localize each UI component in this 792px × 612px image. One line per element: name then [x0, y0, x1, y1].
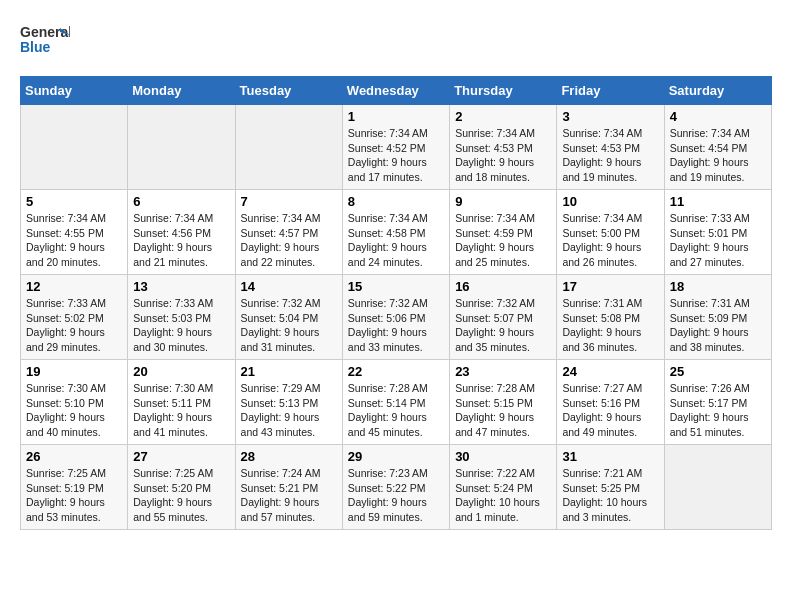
- day-number: 22: [348, 364, 444, 379]
- day-info: Sunrise: 7:25 AM Sunset: 5:19 PM Dayligh…: [26, 466, 122, 525]
- day-number: 3: [562, 109, 658, 124]
- day-info: Sunrise: 7:34 AM Sunset: 4:57 PM Dayligh…: [241, 211, 337, 270]
- day-number: 11: [670, 194, 766, 209]
- calendar-cell: 31Sunrise: 7:21 AM Sunset: 5:25 PM Dayli…: [557, 445, 664, 530]
- weekday-header-monday: Monday: [128, 77, 235, 105]
- logo: GeneralBlue: [20, 20, 70, 60]
- calendar-cell: 19Sunrise: 7:30 AM Sunset: 5:10 PM Dayli…: [21, 360, 128, 445]
- calendar-cell: 17Sunrise: 7:31 AM Sunset: 5:08 PM Dayli…: [557, 275, 664, 360]
- svg-text:Blue: Blue: [20, 39, 51, 55]
- day-number: 7: [241, 194, 337, 209]
- weekday-header-saturday: Saturday: [664, 77, 771, 105]
- day-info: Sunrise: 7:22 AM Sunset: 5:24 PM Dayligh…: [455, 466, 551, 525]
- calendar-cell: 28Sunrise: 7:24 AM Sunset: 5:21 PM Dayli…: [235, 445, 342, 530]
- day-number: 16: [455, 279, 551, 294]
- calendar-cell: 4Sunrise: 7:34 AM Sunset: 4:54 PM Daylig…: [664, 105, 771, 190]
- day-number: 4: [670, 109, 766, 124]
- calendar-cell: 23Sunrise: 7:28 AM Sunset: 5:15 PM Dayli…: [450, 360, 557, 445]
- week-row-4: 19Sunrise: 7:30 AM Sunset: 5:10 PM Dayli…: [21, 360, 772, 445]
- weekday-header-wednesday: Wednesday: [342, 77, 449, 105]
- calendar-cell: 26Sunrise: 7:25 AM Sunset: 5:19 PM Dayli…: [21, 445, 128, 530]
- calendar-cell: 7Sunrise: 7:34 AM Sunset: 4:57 PM Daylig…: [235, 190, 342, 275]
- day-info: Sunrise: 7:28 AM Sunset: 5:14 PM Dayligh…: [348, 381, 444, 440]
- week-row-3: 12Sunrise: 7:33 AM Sunset: 5:02 PM Dayli…: [21, 275, 772, 360]
- calendar-cell: 12Sunrise: 7:33 AM Sunset: 5:02 PM Dayli…: [21, 275, 128, 360]
- day-number: 28: [241, 449, 337, 464]
- day-number: 9: [455, 194, 551, 209]
- day-info: Sunrise: 7:27 AM Sunset: 5:16 PM Dayligh…: [562, 381, 658, 440]
- calendar-cell: 6Sunrise: 7:34 AM Sunset: 4:56 PM Daylig…: [128, 190, 235, 275]
- day-number: 1: [348, 109, 444, 124]
- day-number: 25: [670, 364, 766, 379]
- page-header: GeneralBlue: [20, 20, 772, 60]
- day-info: Sunrise: 7:34 AM Sunset: 4:53 PM Dayligh…: [562, 126, 658, 185]
- calendar-cell: 27Sunrise: 7:25 AM Sunset: 5:20 PM Dayli…: [128, 445, 235, 530]
- calendar-cell: 16Sunrise: 7:32 AM Sunset: 5:07 PM Dayli…: [450, 275, 557, 360]
- calendar-cell: 30Sunrise: 7:22 AM Sunset: 5:24 PM Dayli…: [450, 445, 557, 530]
- day-info: Sunrise: 7:34 AM Sunset: 4:56 PM Dayligh…: [133, 211, 229, 270]
- day-info: Sunrise: 7:31 AM Sunset: 5:08 PM Dayligh…: [562, 296, 658, 355]
- day-number: 14: [241, 279, 337, 294]
- day-info: Sunrise: 7:30 AM Sunset: 5:11 PM Dayligh…: [133, 381, 229, 440]
- day-info: Sunrise: 7:23 AM Sunset: 5:22 PM Dayligh…: [348, 466, 444, 525]
- day-info: Sunrise: 7:21 AM Sunset: 5:25 PM Dayligh…: [562, 466, 658, 525]
- day-info: Sunrise: 7:33 AM Sunset: 5:03 PM Dayligh…: [133, 296, 229, 355]
- day-number: 17: [562, 279, 658, 294]
- day-number: 21: [241, 364, 337, 379]
- day-info: Sunrise: 7:33 AM Sunset: 5:01 PM Dayligh…: [670, 211, 766, 270]
- calendar-cell: [128, 105, 235, 190]
- day-info: Sunrise: 7:34 AM Sunset: 4:59 PM Dayligh…: [455, 211, 551, 270]
- day-info: Sunrise: 7:29 AM Sunset: 5:13 PM Dayligh…: [241, 381, 337, 440]
- day-number: 5: [26, 194, 122, 209]
- weekday-header-sunday: Sunday: [21, 77, 128, 105]
- calendar-cell: [21, 105, 128, 190]
- day-info: Sunrise: 7:33 AM Sunset: 5:02 PM Dayligh…: [26, 296, 122, 355]
- calendar-cell: 14Sunrise: 7:32 AM Sunset: 5:04 PM Dayli…: [235, 275, 342, 360]
- calendar-cell: 3Sunrise: 7:34 AM Sunset: 4:53 PM Daylig…: [557, 105, 664, 190]
- day-info: Sunrise: 7:28 AM Sunset: 5:15 PM Dayligh…: [455, 381, 551, 440]
- day-number: 23: [455, 364, 551, 379]
- day-info: Sunrise: 7:34 AM Sunset: 4:54 PM Dayligh…: [670, 126, 766, 185]
- day-info: Sunrise: 7:31 AM Sunset: 5:09 PM Dayligh…: [670, 296, 766, 355]
- day-number: 18: [670, 279, 766, 294]
- day-number: 27: [133, 449, 229, 464]
- day-number: 8: [348, 194, 444, 209]
- logo-svg: GeneralBlue: [20, 20, 70, 60]
- calendar-cell: 11Sunrise: 7:33 AM Sunset: 5:01 PM Dayli…: [664, 190, 771, 275]
- week-row-2: 5Sunrise: 7:34 AM Sunset: 4:55 PM Daylig…: [21, 190, 772, 275]
- calendar-cell: 15Sunrise: 7:32 AM Sunset: 5:06 PM Dayli…: [342, 275, 449, 360]
- calendar-cell: 20Sunrise: 7:30 AM Sunset: 5:11 PM Dayli…: [128, 360, 235, 445]
- day-number: 26: [26, 449, 122, 464]
- day-number: 15: [348, 279, 444, 294]
- day-info: Sunrise: 7:34 AM Sunset: 4:55 PM Dayligh…: [26, 211, 122, 270]
- weekday-header-thursday: Thursday: [450, 77, 557, 105]
- day-number: 29: [348, 449, 444, 464]
- day-number: 2: [455, 109, 551, 124]
- day-info: Sunrise: 7:32 AM Sunset: 5:06 PM Dayligh…: [348, 296, 444, 355]
- day-number: 24: [562, 364, 658, 379]
- calendar-cell: 10Sunrise: 7:34 AM Sunset: 5:00 PM Dayli…: [557, 190, 664, 275]
- day-info: Sunrise: 7:34 AM Sunset: 4:52 PM Dayligh…: [348, 126, 444, 185]
- day-info: Sunrise: 7:24 AM Sunset: 5:21 PM Dayligh…: [241, 466, 337, 525]
- day-info: Sunrise: 7:32 AM Sunset: 5:04 PM Dayligh…: [241, 296, 337, 355]
- calendar-cell: 22Sunrise: 7:28 AM Sunset: 5:14 PM Dayli…: [342, 360, 449, 445]
- day-number: 13: [133, 279, 229, 294]
- day-info: Sunrise: 7:30 AM Sunset: 5:10 PM Dayligh…: [26, 381, 122, 440]
- day-number: 6: [133, 194, 229, 209]
- day-number: 20: [133, 364, 229, 379]
- calendar-cell: 21Sunrise: 7:29 AM Sunset: 5:13 PM Dayli…: [235, 360, 342, 445]
- weekday-header-friday: Friday: [557, 77, 664, 105]
- day-info: Sunrise: 7:34 AM Sunset: 5:00 PM Dayligh…: [562, 211, 658, 270]
- calendar-cell: 25Sunrise: 7:26 AM Sunset: 5:17 PM Dayli…: [664, 360, 771, 445]
- calendar-cell: 5Sunrise: 7:34 AM Sunset: 4:55 PM Daylig…: [21, 190, 128, 275]
- calendar-cell: [235, 105, 342, 190]
- calendar-cell: 9Sunrise: 7:34 AM Sunset: 4:59 PM Daylig…: [450, 190, 557, 275]
- calendar-cell: 2Sunrise: 7:34 AM Sunset: 4:53 PM Daylig…: [450, 105, 557, 190]
- calendar-cell: [664, 445, 771, 530]
- weekday-header-row: SundayMondayTuesdayWednesdayThursdayFrid…: [21, 77, 772, 105]
- day-info: Sunrise: 7:25 AM Sunset: 5:20 PM Dayligh…: [133, 466, 229, 525]
- day-info: Sunrise: 7:26 AM Sunset: 5:17 PM Dayligh…: [670, 381, 766, 440]
- week-row-1: 1Sunrise: 7:34 AM Sunset: 4:52 PM Daylig…: [21, 105, 772, 190]
- calendar-cell: 29Sunrise: 7:23 AM Sunset: 5:22 PM Dayli…: [342, 445, 449, 530]
- day-number: 30: [455, 449, 551, 464]
